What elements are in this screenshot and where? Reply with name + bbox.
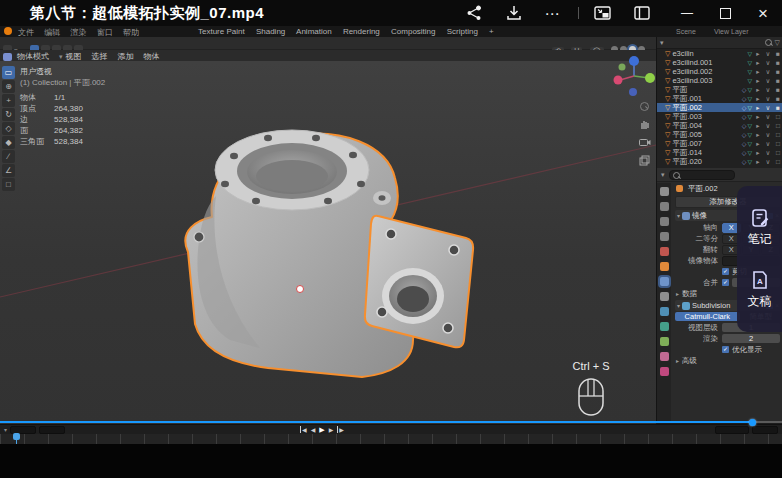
select-toggle-icon[interactable]: ▸ — [753, 122, 763, 130]
view-layer-selector[interactable]: View Layer — [714, 28, 749, 35]
optimal-display-checkbox[interactable]: ✓ — [722, 346, 729, 353]
render-toggle-icon[interactable]: ■ — [773, 68, 782, 75]
theater-mode-icon[interactable] — [631, 4, 653, 22]
prev-keyframe-icon[interactable]: ◀ — [311, 426, 316, 433]
outliner-row[interactable]: ▽e3cilind.002▽▸∨■ — [657, 67, 782, 76]
hide-toggle-icon[interactable]: ∨ — [763, 140, 773, 148]
seek-bar[interactable] — [0, 420, 782, 424]
tab-constraints-icon[interactable] — [660, 337, 669, 346]
menu-edit[interactable]: 编辑 — [44, 28, 60, 37]
render-toggle-icon[interactable]: ■ — [773, 77, 782, 84]
select-toggle-icon[interactable]: ▸ — [753, 68, 763, 76]
next-keyframe-icon[interactable]: ▶ — [329, 426, 334, 433]
tab-animation[interactable]: Animation — [296, 27, 332, 36]
mini-player-icon[interactable] — [591, 4, 613, 22]
menu-render[interactable]: 渲染 — [70, 28, 86, 37]
tool-scale[interactable]: ◇ — [2, 122, 15, 135]
render-toggle-icon[interactable]: ■ — [773, 95, 782, 102]
tab-particles-icon[interactable] — [660, 292, 669, 301]
outliner-search-icon[interactable] — [765, 39, 772, 46]
properties-editor-icon[interactable]: ▾ — [661, 171, 665, 178]
tool-measure[interactable]: ∠ — [2, 164, 15, 177]
timeline-playhead[interactable] — [13, 433, 20, 440]
select-toggle-icon[interactable]: ▸ — [753, 158, 763, 166]
outliner-row[interactable]: ▽平面.020◇▽▸∨□ — [657, 157, 782, 166]
hide-toggle-icon[interactable]: ∨ — [763, 59, 773, 67]
merge-checkbox[interactable]: ✓ — [722, 279, 729, 286]
tab-object-icon[interactable] — [660, 262, 669, 271]
timeline-editor-icon[interactable]: ▾ — [4, 427, 7, 433]
tool-add-cube[interactable]: □ — [2, 178, 15, 191]
render-toggle-icon[interactable]: ■ — [773, 50, 782, 57]
hide-toggle-icon[interactable]: ∨ — [763, 149, 773, 157]
expand-icon[interactable]: ▾ — [677, 303, 680, 309]
minimize-icon[interactable]: — — [676, 4, 698, 22]
tool-select-box[interactable]: ▭ — [2, 66, 15, 79]
menu-window[interactable]: 窗口 — [97, 28, 113, 37]
render-toggle-icon[interactable]: □ — [773, 122, 782, 129]
select-toggle-icon[interactable]: ▸ — [753, 104, 763, 112]
select-toggle-icon[interactable]: ▸ — [753, 131, 763, 139]
tab-rendering[interactable]: Rendering — [343, 27, 380, 36]
menu-file[interactable]: 文件 — [18, 28, 34, 37]
transcript-button[interactable]: A 文稿 — [748, 270, 772, 310]
select-toggle-icon[interactable]: ▸ — [753, 50, 763, 58]
tool-cursor[interactable]: ⊕ — [2, 80, 15, 93]
select-toggle-icon[interactable]: ▸ — [753, 59, 763, 67]
tab-physics-icon[interactable] — [660, 307, 669, 316]
scene-selector[interactable]: Scene — [676, 28, 696, 35]
render-toggle-icon[interactable]: ■ — [773, 86, 782, 93]
keying-set-field[interactable] — [752, 426, 778, 434]
render-toggle-icon[interactable]: ■ — [773, 104, 782, 111]
expand-icon[interactable]: ▾ — [677, 213, 680, 219]
render-toggle-icon[interactable]: □ — [773, 113, 782, 120]
notes-button[interactable]: 笔记 — [748, 208, 772, 248]
camera-view-icon[interactable] — [638, 136, 651, 149]
tab-compositing[interactable]: Compositing — [391, 27, 435, 36]
hide-toggle-icon[interactable]: ∨ — [763, 68, 773, 76]
maximize-icon[interactable] — [714, 4, 736, 22]
hide-toggle-icon[interactable]: ∨ — [763, 86, 773, 94]
outliner-filter-icon[interactable]: ▽ — [775, 39, 780, 46]
tab-shading[interactable]: Shading — [256, 27, 285, 36]
select-toggle-icon[interactable]: ▸ — [753, 95, 763, 103]
hide-toggle-icon[interactable]: ∨ — [763, 113, 773, 121]
hide-toggle-icon[interactable]: ∨ — [763, 50, 773, 58]
tool-rotate[interactable]: ↻ — [2, 108, 15, 121]
properties-search-input[interactable] — [669, 170, 735, 180]
share-icon[interactable] — [463, 4, 485, 22]
tab-texture-paint[interactable]: Texture Paint — [198, 27, 245, 36]
tab-scripting[interactable]: Scripting — [447, 27, 478, 36]
select-toggle-icon[interactable]: ▸ — [753, 140, 763, 148]
render-toggle-icon[interactable]: □ — [773, 140, 782, 147]
perspective-toggle-icon[interactable] — [638, 154, 651, 167]
current-frame-field[interactable] — [715, 426, 749, 434]
select-toggle-icon[interactable]: ▸ — [753, 77, 763, 85]
hide-toggle-icon[interactable]: ∨ — [763, 77, 773, 85]
render-toggle-icon[interactable]: □ — [773, 158, 782, 165]
jump-to-end-icon[interactable]: ▶ — [337, 426, 344, 433]
tool-annotate[interactable]: ∕ — [2, 150, 15, 163]
more-icon[interactable]: ⋯ — [541, 4, 563, 22]
play-forward-icon[interactable]: ▶ — [319, 426, 324, 434]
select-toggle-icon[interactable]: ▸ — [753, 149, 763, 157]
render-toggle-icon[interactable]: ■ — [773, 59, 782, 66]
tab-material-icon[interactable] — [660, 352, 669, 361]
zoom-icon[interactable] — [638, 100, 651, 113]
tool-transform[interactable]: ◆ — [2, 136, 15, 149]
tab-modifiers-icon[interactable] — [660, 277, 669, 286]
select-toggle-icon[interactable]: ▸ — [753, 113, 763, 121]
tool-move[interactable]: + — [2, 94, 15, 107]
tab-world-icon[interactable] — [660, 247, 669, 256]
tab-add-workspace[interactable]: + — [489, 27, 494, 36]
advanced-section[interactable]: ▸ 高级 — [673, 355, 782, 366]
render-toggle-icon[interactable]: □ — [773, 149, 782, 156]
tab-viewlayer-icon[interactable] — [660, 232, 669, 241]
catmull-clark-button[interactable]: Catmull-Clark — [675, 312, 740, 321]
hide-toggle-icon[interactable]: ∨ — [763, 122, 773, 130]
outliner-editor-icon[interactable]: ▾ — [660, 39, 664, 46]
jump-to-start-icon[interactable]: ◀ — [300, 426, 307, 433]
hide-toggle-icon[interactable]: ∨ — [763, 95, 773, 103]
select-toggle-icon[interactable]: ▸ — [753, 86, 763, 94]
close-icon[interactable]: × — [752, 4, 774, 22]
